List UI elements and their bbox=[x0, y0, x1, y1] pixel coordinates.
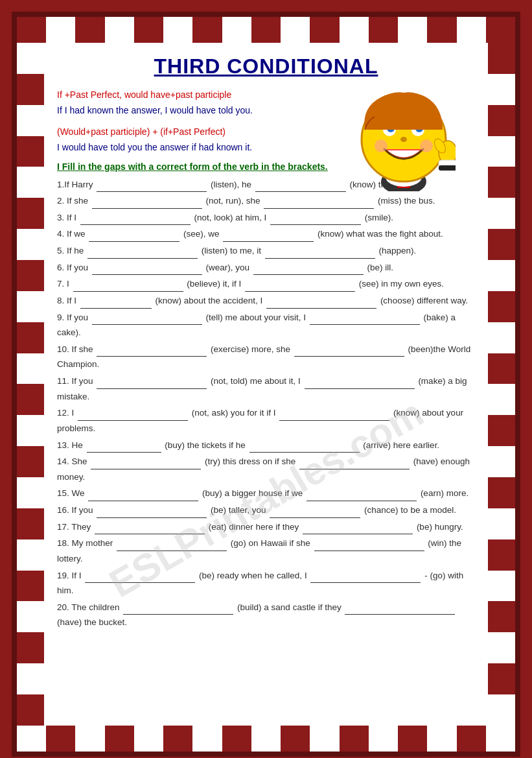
exercise-number: 20. The children bbox=[57, 602, 122, 612]
checker-cell bbox=[488, 384, 515, 415]
blank bbox=[78, 412, 188, 421]
checker-cell bbox=[17, 105, 44, 136]
blank bbox=[264, 200, 374, 209]
checker-cell bbox=[310, 17, 339, 43]
blank bbox=[303, 525, 413, 534]
blank bbox=[97, 509, 207, 518]
exercise-number: 4. If we bbox=[57, 229, 87, 239]
exercise-number: 11. If you bbox=[57, 376, 95, 386]
checker-cell bbox=[488, 322, 515, 353]
checker-cell bbox=[488, 539, 515, 571]
checker-cell bbox=[163, 726, 192, 752]
blank bbox=[91, 460, 201, 469]
svg-point-16 bbox=[420, 139, 433, 152]
blank bbox=[245, 283, 355, 292]
blank bbox=[266, 300, 376, 309]
blank bbox=[223, 233, 314, 242]
checker-cell bbox=[17, 477, 44, 508]
checker-cell bbox=[222, 726, 251, 752]
checker-cell bbox=[17, 136, 44, 167]
blank bbox=[294, 348, 404, 357]
checker-cell bbox=[488, 571, 515, 602]
checker-cell bbox=[17, 291, 44, 322]
page-title: THIRD CONDITIONAL bbox=[57, 49, 475, 78]
checker-cell bbox=[17, 353, 44, 385]
blank bbox=[89, 233, 179, 242]
exercise-text: (wear), you bbox=[203, 263, 252, 272]
blank bbox=[73, 283, 183, 292]
checker-cell bbox=[488, 74, 515, 105]
exercise-text: (have) the bucket. bbox=[57, 617, 127, 627]
blank bbox=[255, 183, 346, 192]
checker-cell bbox=[192, 726, 222, 752]
exercise-text: (be) taller, you bbox=[208, 505, 268, 515]
exercise-item: 15. We (buy) a bigger house if we (earn)… bbox=[57, 486, 475, 501]
checker-cell bbox=[488, 167, 515, 198]
blank bbox=[253, 266, 364, 275]
checker-cell bbox=[488, 415, 515, 446]
checker-bottom bbox=[17, 726, 515, 752]
blank bbox=[85, 574, 195, 583]
blank bbox=[88, 492, 198, 501]
checker-left bbox=[17, 43, 44, 726]
checker-cell bbox=[281, 726, 310, 752]
blank bbox=[270, 509, 360, 518]
exercise-text: (choose) different way. bbox=[378, 296, 468, 305]
exercise-item: 12. I (not, ask) you for it if I (know) … bbox=[57, 405, 475, 436]
blank bbox=[305, 380, 415, 389]
checker-cell bbox=[17, 198, 44, 229]
blank bbox=[270, 216, 361, 225]
exercise-text: (build) a sand castle if they bbox=[235, 602, 343, 612]
exercise-text: (smile). bbox=[362, 213, 393, 222]
checker-cell bbox=[488, 105, 515, 136]
exercise-item: 8. If I (know) about the accident, I (ch… bbox=[57, 293, 475, 309]
blank bbox=[97, 380, 207, 389]
checker-cell bbox=[488, 291, 515, 322]
blank bbox=[92, 316, 202, 325]
exercise-text: (arrive) here earlier. bbox=[361, 440, 440, 450]
blank bbox=[92, 200, 202, 209]
checker-cell bbox=[46, 17, 75, 43]
exercise-text: (try) this dress on if she bbox=[202, 456, 298, 466]
exercise-item: 17. They (eat) dinner here if they (be) … bbox=[57, 519, 475, 535]
exercise-item: 16. If you (be) taller, you (chance) to … bbox=[57, 503, 475, 518]
blank bbox=[97, 348, 207, 357]
grammar-example-2: I would have told you the answer if had … bbox=[57, 140, 345, 154]
exercise-item: 9. If you (tell) me about your visit, I … bbox=[57, 310, 475, 340]
exercise-number: 12. I bbox=[57, 408, 76, 418]
checker-cell bbox=[17, 632, 44, 663]
checker-cell bbox=[398, 17, 427, 43]
exercise-item: 4. If we (see), we (know) what was the f… bbox=[57, 226, 475, 242]
exercise-number: 9. If you bbox=[57, 313, 91, 322]
checker-cell bbox=[17, 508, 44, 539]
checker-cell bbox=[488, 43, 515, 74]
checker-cell bbox=[75, 726, 104, 752]
exercise-item: 10. If she (exercise) more, she (been)th… bbox=[57, 342, 475, 372]
grammar-rule-2: (Would+past participle) + (if+Past Perfe… bbox=[57, 124, 345, 139]
checker-cell bbox=[17, 694, 44, 726]
checker-right bbox=[488, 43, 515, 726]
blank bbox=[80, 216, 191, 225]
blank bbox=[279, 412, 389, 421]
exercises-container: 1.If Harry (listen), he (know) the rules… bbox=[57, 177, 475, 631]
checker-cell bbox=[488, 260, 515, 291]
checker-cell bbox=[398, 726, 427, 752]
exercise-text: (see), we bbox=[181, 229, 222, 239]
exercise-number: 19. If I bbox=[57, 571, 84, 580]
exercise-number: 6. If you bbox=[57, 263, 91, 272]
exercise-item: 5. If he (listen) to me, it (happen). bbox=[57, 243, 475, 259]
checker-cell bbox=[488, 198, 515, 229]
checker-cell bbox=[46, 726, 75, 752]
exercise-text: (not, look) at him, I bbox=[192, 213, 269, 222]
checker-cell bbox=[17, 539, 44, 571]
emoji-decoration bbox=[352, 81, 468, 198]
exercise-text: (believe) it, if I bbox=[185, 279, 244, 289]
checker-cell bbox=[17, 74, 44, 105]
checker-cell bbox=[17, 43, 44, 74]
checker-cell bbox=[488, 136, 515, 167]
checker-cell bbox=[17, 601, 44, 632]
exercise-text: (know) what was the fight about. bbox=[315, 229, 443, 239]
exercise-number: 5. If he bbox=[57, 246, 86, 255]
checker-cell bbox=[17, 17, 46, 43]
checker-cell bbox=[488, 508, 515, 539]
